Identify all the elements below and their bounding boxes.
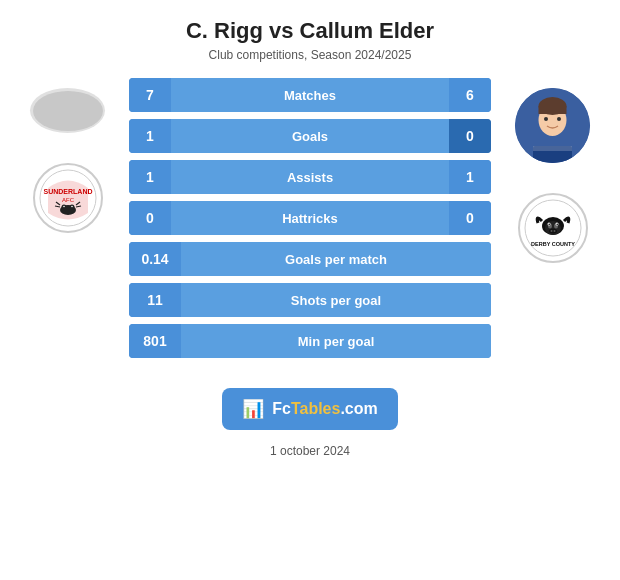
- stat-row-shots-per-goal: 11 Shots per goal: [129, 283, 491, 317]
- svg-rect-16: [539, 106, 567, 114]
- assists-right-val: 1: [449, 160, 491, 194]
- svg-point-17: [544, 117, 548, 121]
- goals-per-match-label: Goals per match: [181, 242, 491, 276]
- svg-point-28: [550, 230, 552, 232]
- matches-right-val: 6: [449, 78, 491, 112]
- stats-column: 7 Matches 6 1 Goals 0 1 Assists 1 0 Hatt…: [125, 78, 495, 358]
- stat-row-assists: 1 Assists 1: [129, 160, 491, 194]
- fctables-brand-tables: Tables: [291, 400, 341, 417]
- derby-county-icon: DERBY COUNTY: [523, 198, 583, 258]
- goals-per-match-val: 0.14: [129, 242, 181, 276]
- svg-point-27: [549, 229, 557, 234]
- footer-date: 1 october 2024: [270, 444, 350, 458]
- shots-per-goal-val: 11: [129, 283, 181, 317]
- shots-per-goal-label: Shots per goal: [181, 283, 491, 317]
- banner-container: 📊 FcTables.com: [222, 374, 398, 430]
- goals-label: Goals: [171, 119, 449, 153]
- min-per-goal-val: 801: [129, 324, 181, 358]
- svg-point-18: [557, 117, 561, 121]
- player2-avatar: [515, 88, 590, 163]
- hattricks-label: Hattricks: [171, 201, 449, 235]
- svg-point-33: [556, 223, 558, 225]
- svg-point-32: [548, 223, 550, 225]
- hattricks-right-val: 0: [449, 201, 491, 235]
- sunderland-icon: SUNDERLAND AFC: [38, 168, 98, 228]
- goals-right-val: 0: [449, 119, 491, 153]
- club1-badge: SUNDERLAND AFC: [33, 163, 103, 233]
- subtitle: Club competitions, Season 2024/2025: [186, 48, 434, 62]
- fctables-banner[interactable]: 📊 FcTables.com: [222, 388, 398, 430]
- fctables-chart-icon: 📊: [242, 398, 264, 420]
- hattricks-left-val: 0: [129, 201, 171, 235]
- matches-left-val: 7: [129, 78, 171, 112]
- fctables-text: FcTables.com: [272, 400, 378, 418]
- stat-row-goals: 1 Goals 0: [129, 119, 491, 153]
- svg-text:DERBY COUNTY: DERBY COUNTY: [531, 241, 575, 247]
- player1-avatar: [30, 88, 105, 133]
- stat-row-goals-per-match: 0.14 Goals per match: [129, 242, 491, 276]
- stat-row-matches: 7 Matches 6: [129, 78, 491, 112]
- stat-row-min-per-goal: 801 Min per goal: [129, 324, 491, 358]
- stat-row-hattricks: 0 Hattricks 0: [129, 201, 491, 235]
- right-column: DERBY COUNTY: [495, 78, 610, 263]
- goals-left-val: 1: [129, 119, 171, 153]
- fctables-brand-com: .com: [340, 400, 377, 417]
- svg-rect-20: [533, 146, 572, 151]
- assists-label: Assists: [171, 160, 449, 194]
- svg-point-12: [71, 206, 73, 208]
- svg-point-11: [63, 206, 65, 208]
- assists-left-val: 1: [129, 160, 171, 194]
- matches-label: Matches: [171, 78, 449, 112]
- svg-text:SUNDERLAND: SUNDERLAND: [43, 188, 92, 195]
- header: C. Rigg vs Callum Elder Club competition…: [176, 0, 444, 68]
- svg-point-29: [553, 230, 555, 232]
- svg-text:AFC: AFC: [62, 197, 75, 203]
- min-per-goal-label: Min per goal: [181, 324, 491, 358]
- main-content: SUNDERLAND AFC 7 Matches 6 1: [0, 68, 620, 358]
- left-column: SUNDERLAND AFC: [10, 78, 125, 233]
- fctables-brand-fc: Fc: [272, 400, 291, 417]
- club2-badge: DERBY COUNTY: [518, 193, 588, 263]
- page-title: C. Rigg vs Callum Elder: [186, 18, 434, 44]
- player2-face-icon: [515, 88, 590, 163]
